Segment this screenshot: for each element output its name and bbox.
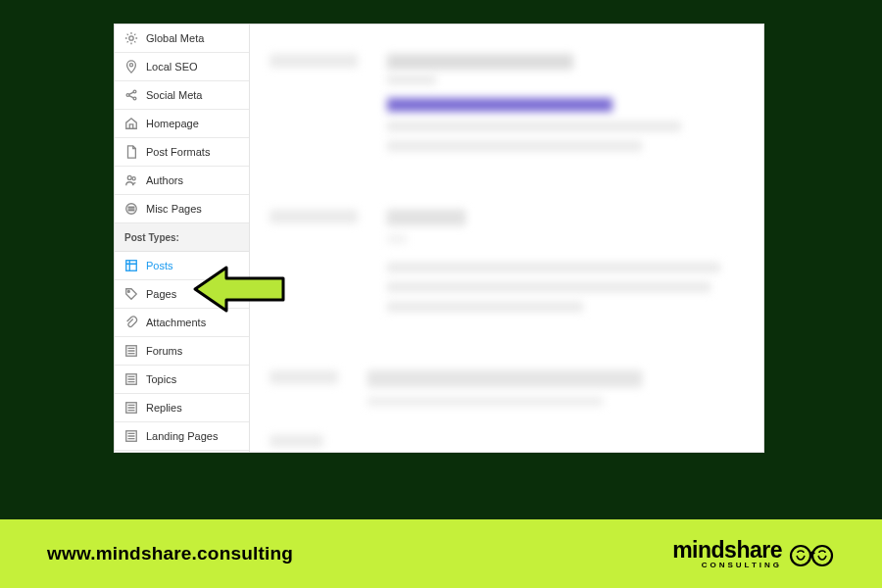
- svg-point-4: [133, 97, 136, 100]
- sidebar-item-local-seo[interactable]: Local SEO: [115, 53, 249, 81]
- footer-url: www.mindshare.consulting: [47, 543, 293, 564]
- list-icon: [124, 401, 138, 415]
- sidebar-item-forums[interactable]: Forums: [115, 337, 249, 366]
- list-icon: [124, 344, 138, 358]
- svg-point-0: [129, 36, 133, 40]
- sidebar-item-topics[interactable]: Topics: [115, 366, 249, 394]
- sidebar-item-landing-pages[interactable]: Landing Pages: [115, 422, 249, 451]
- logo-text-main: mindshare: [672, 539, 782, 562]
- blurred-content: [387, 54, 744, 161]
- sidebar-item-posts[interactable]: Posts: [115, 252, 249, 280]
- home-icon: [124, 117, 138, 130]
- sidebar-item-misc-pages[interactable]: Misc Pages: [115, 195, 249, 223]
- app-window: Global Meta Local SEO Social Meta Homepa…: [114, 24, 764, 453]
- sidebar-item-social-meta[interactable]: Social Meta: [115, 81, 249, 110]
- svg-rect-8: [126, 261, 137, 271]
- list-icon: [124, 429, 138, 443]
- glasses-icon: [788, 539, 835, 568]
- list-icon: [124, 372, 138, 386]
- sidebar-item-authors[interactable]: Authors: [115, 167, 249, 195]
- sidebar-item-replies[interactable]: Replies: [115, 394, 249, 422]
- tag-icon: [124, 287, 138, 301]
- svg-point-9: [128, 291, 130, 293]
- sidebar-item-label: Topics: [146, 373, 176, 385]
- content-row: [270, 54, 744, 161]
- sidebar-item-attachments[interactable]: Attachments: [115, 309, 249, 337]
- content-row: [270, 370, 744, 416]
- gear-icon: [124, 31, 138, 45]
- sidebar-item-label: Replies: [146, 402, 182, 414]
- blurred-label: [270, 435, 323, 447]
- sidebar-item-label: Homepage: [146, 118, 199, 129]
- sidebar-item-label: Global Meta: [146, 32, 204, 44]
- share-icon: [124, 88, 138, 102]
- sidebar-item-global-meta[interactable]: Global Meta: [115, 24, 249, 53]
- users-icon: [124, 173, 138, 187]
- content-row: [270, 210, 744, 321]
- blurred-content: [368, 370, 744, 416]
- sidebar-item-label: Posts: [146, 260, 173, 271]
- sidebar-item-label: Local SEO: [146, 61, 198, 73]
- sidebar-item-label: Pages: [146, 288, 176, 300]
- sidebar-item-label: Authors: [146, 174, 183, 186]
- svg-point-6: [132, 177, 135, 180]
- svg-point-5: [127, 175, 131, 179]
- footer-bar: www.mindshare.consulting mindshare CONSU…: [0, 519, 882, 588]
- sidebar: Global Meta Local SEO Social Meta Homepa…: [115, 24, 250, 452]
- blurred-label: [270, 370, 338, 384]
- paperclip-icon: [124, 316, 138, 329]
- sidebar-item-label: Misc Pages: [146, 203, 202, 215]
- sidebar-item-homepage[interactable]: Homepage: [115, 110, 249, 138]
- svg-point-2: [126, 94, 129, 97]
- logo-text-sub: CONSULTING: [702, 562, 782, 569]
- pin-icon: [124, 60, 138, 74]
- blurred-label: [270, 210, 358, 223]
- blurred-label: [270, 54, 358, 68]
- stack-icon: [124, 202, 138, 216]
- svg-point-3: [133, 90, 136, 93]
- sidebar-section-header: Post Types:: [115, 223, 249, 252]
- content-row: [270, 435, 744, 447]
- sidebar-item-projects[interactable]: Projects: [115, 451, 249, 452]
- sidebar-item-label: Forums: [146, 345, 182, 357]
- sidebar-item-label: Landing Pages: [146, 430, 218, 442]
- sidebar-item-label: Post Formats: [146, 146, 210, 158]
- grid-icon: [124, 259, 138, 272]
- sidebar-item-post-formats[interactable]: Post Formats: [115, 138, 249, 167]
- svg-point-1: [129, 64, 132, 67]
- sidebar-item-pages[interactable]: Pages: [115, 280, 249, 309]
- document-icon: [124, 145, 138, 159]
- svg-point-15: [791, 546, 810, 565]
- content-area: [250, 24, 763, 452]
- sidebar-item-label: Social Meta: [146, 89, 202, 101]
- sidebar-item-label: Attachments: [146, 317, 206, 328]
- blurred-content: [387, 210, 744, 321]
- footer-logo: mindshare CONSULTING: [672, 539, 835, 569]
- svg-point-16: [812, 546, 832, 565]
